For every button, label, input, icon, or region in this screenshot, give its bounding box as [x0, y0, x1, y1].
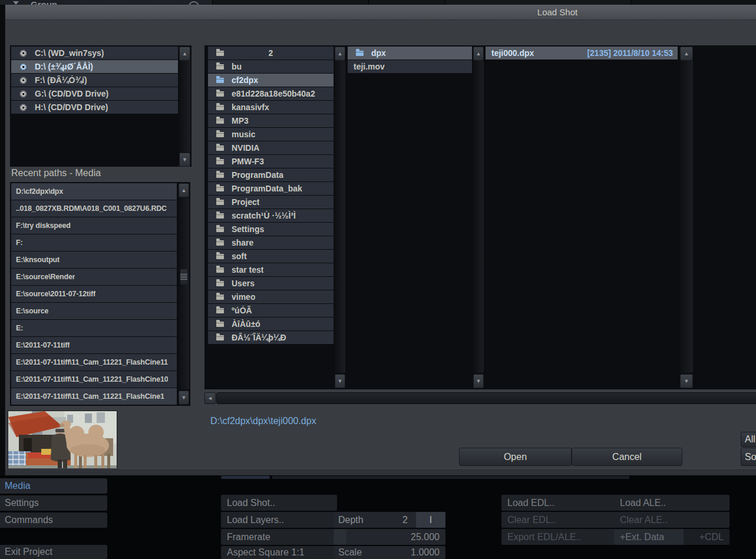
subfolder-row[interactable]: dpx: [348, 47, 472, 59]
folder-row[interactable]: ÀîÀû±ó: [208, 317, 334, 330]
file-list-scrollbar[interactable]: [680, 45, 693, 389]
recent-path-row[interactable]: F:\try diskspeed: [11, 217, 177, 234]
scroll-down-button[interactable]: [179, 391, 189, 405]
folder-row[interactable]: music: [208, 128, 334, 141]
folder-row[interactable]: vimeo: [208, 290, 334, 303]
drive-row[interactable]: C:\ (WD_win7sys): [11, 47, 178, 59]
folder-row[interactable]: soft: [208, 250, 334, 263]
folder-row[interactable]: ºúÓÂ: [208, 304, 334, 317]
load-ale-button[interactable]: Load ALE..: [614, 495, 729, 511]
folder-row[interactable]: share: [208, 236, 334, 249]
scroll-up-button[interactable]: [473, 47, 484, 61]
project-menu-item-load-shot[interactable]: Load Shot..: [221, 495, 337, 511]
recent-path-row[interactable]: E:\2011-07-11tiff: [11, 337, 177, 353]
folder-icon: [216, 240, 224, 246]
file-row[interactable]: teji000.dpx[2135] 2011/8/10 14:53: [486, 47, 678, 59]
open-button[interactable]: Open: [459, 448, 572, 466]
folder-row[interactable]: kanasivfx: [208, 101, 334, 114]
load-edl-button[interactable]: Load EDL..: [501, 495, 617, 511]
folder-row[interactable]: bu: [208, 60, 334, 73]
recent-path-row[interactable]: E:\2011-07-11tiff\11_Cam_11221_FlashCine…: [11, 371, 177, 388]
scroll-up-button[interactable]: [680, 47, 693, 61]
sort-button[interactable]: Sor: [741, 448, 756, 466]
folder-row[interactable]: PMW-F3: [208, 155, 334, 168]
scroll-up-button[interactable]: [179, 47, 190, 61]
drive-row[interactable]: H:\ (CD/DVD Drive): [11, 101, 178, 114]
recent-path-row[interactable]: E:\2011-07-11tiff\11_Cam_11221_FlashCine…: [11, 388, 177, 405]
ext-data-button[interactable]: +Ext. Data: [614, 529, 688, 545]
scrollbar-handle[interactable]: [216, 392, 756, 404]
folder-row[interactable]: 2: [208, 47, 334, 59]
recent-path-row[interactable]: E:\source\Render: [11, 269, 177, 285]
recent-list-scrollbar[interactable]: [179, 182, 189, 406]
export-edl-ale-button[interactable]: Export EDL/ALE..: [501, 529, 617, 545]
recent-path-row[interactable]: D:\cf2dpx\dpx: [11, 183, 177, 200]
project-menu-item-aspect-square-1-1[interactable]: Aspect Square 1:1: [221, 546, 337, 559]
scrollbar-handle[interactable]: [180, 269, 187, 285]
scrollbar-track[interactable]: [473, 61, 484, 373]
drive-list-scrollbar[interactable]: [179, 45, 190, 167]
recent-path-row[interactable]: E:\2011-07-11tiff\11_Cam_11221_FlashCine…: [11, 354, 177, 371]
file-row[interactable]: teji.mov: [348, 60, 472, 73]
recent-path-row[interactable]: F:: [11, 234, 177, 251]
folder-row[interactable]: Project: [208, 196, 334, 209]
scroll-down-button[interactable]: [473, 374, 484, 388]
folder-row[interactable]: Users: [208, 277, 334, 290]
scroll-down-button[interactable]: [680, 374, 693, 388]
folder-row[interactable]: ProgramData_bak: [208, 182, 334, 195]
sidebar-item-media[interactable]: Media: [0, 478, 107, 494]
scrollbar-track[interactable]: [179, 59, 190, 153]
scale-field[interactable]: Scale 1.0000: [334, 546, 445, 559]
depth-toggle-button[interactable]: I: [416, 512, 445, 528]
depth-field[interactable]: Depth 2 I: [334, 512, 445, 528]
folder-row[interactable]: ÐÂ½¨ÎÄ¼þ¼Ð: [208, 331, 334, 344]
folder-icon: [216, 51, 224, 56]
folder-label: Project: [232, 197, 259, 207]
framerate-spinner[interactable]: [334, 529, 346, 545]
drive-row[interactable]: D:\ (±¾µØ´ÅÅÌ): [11, 60, 178, 73]
folder-row[interactable]: star test: [208, 263, 334, 276]
scroll-up-button[interactable]: [335, 47, 345, 61]
scroll-down-button[interactable]: [335, 374, 345, 388]
framerate-value[interactable]: 25.000: [411, 532, 445, 543]
folder-row[interactable]: ProgramData: [208, 168, 334, 181]
scrollbar-track[interactable]: [335, 61, 345, 373]
scroll-left-button[interactable]: [204, 392, 216, 404]
sidebar-item-settings[interactable]: Settings: [0, 495, 107, 511]
project-menu-item-load-layers[interactable]: Load Layers..: [221, 512, 337, 528]
cancel-button[interactable]: Cancel: [572, 448, 682, 466]
scrollbar-track[interactable]: [680, 61, 693, 373]
folder-row[interactable]: e81d228a18e50b40a2: [208, 87, 334, 100]
folder-row[interactable]: MP3: [208, 114, 334, 127]
scrollbar-track[interactable]: [179, 197, 189, 389]
recent-path-row[interactable]: E:\source\2011-07-12tiff: [11, 286, 177, 302]
depth-value[interactable]: 2: [402, 515, 416, 525]
drive-row[interactable]: F:\ (ÐÂ¼Ó¾í): [11, 74, 178, 87]
recent-path-row[interactable]: E:: [11, 320, 177, 336]
folder-row[interactable]: cf2dpx: [208, 74, 334, 87]
sidebar-item-commands[interactable]: Commands: [0, 512, 107, 528]
sidebar-item-exit-project[interactable]: Exit Project: [0, 545, 107, 559]
clear-edl-button[interactable]: Clear EDL..: [501, 512, 617, 528]
recent-path-row[interactable]: E:\knsoutput: [11, 252, 177, 268]
recent-path-row[interactable]: E:\source: [11, 303, 177, 319]
scale-value[interactable]: 1.0000: [411, 547, 445, 558]
file-name: teji000.dpx: [486, 48, 534, 58]
project-menu-item-framerate[interactable]: Framerate: [221, 529, 337, 545]
recent-path-row[interactable]: ..018_0827XB.RDM\A018_C001_0827U6.RDC: [11, 200, 177, 217]
folder-row[interactable]: NVIDIA: [208, 141, 334, 154]
all-button[interactable]: All: [741, 432, 756, 447]
folder-row[interactable]: Settings: [208, 223, 334, 236]
scroll-up-button[interactable]: [179, 183, 189, 197]
drive-row[interactable]: G:\ (CD/DVD Drive): [11, 87, 178, 100]
folder-list-scrollbar[interactable]: [335, 45, 345, 389]
folder-row[interactable]: scratch¹Ù ·½½Ì³Ì: [208, 209, 334, 222]
horizontal-scrollbar[interactable]: [204, 392, 756, 404]
clear-ale-button[interactable]: Clear ALE..: [614, 512, 729, 528]
cdl-button[interactable]: +CDL: [684, 529, 729, 545]
framerate-field[interactable]: 25.000: [334, 529, 445, 545]
subfolder-list-scrollbar[interactable]: [473, 45, 484, 389]
folder-list: 2bucf2dpxe81d228a18e50b40a2kanasivfxMP3m…: [208, 47, 334, 345]
folder-icon: [216, 186, 224, 191]
scroll-down-button[interactable]: [179, 153, 190, 167]
